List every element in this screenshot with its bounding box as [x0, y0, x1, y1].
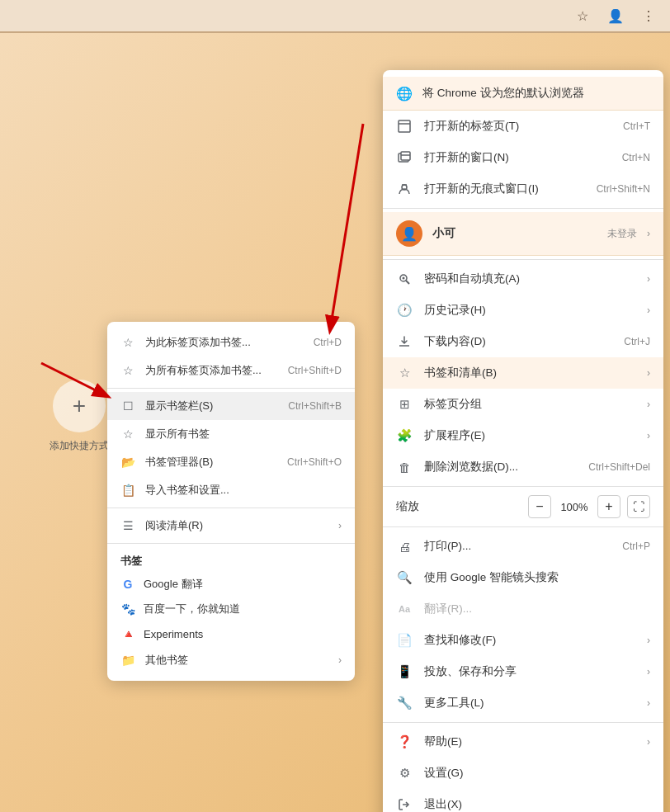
incognito-item[interactable]: 打开新的无痕式窗口(I) Ctrl+Shift+N [383, 173, 663, 205]
zoom-plus-btn[interactable]: + [597, 495, 620, 518]
help-item[interactable]: ❓ 帮助(E) › [383, 726, 663, 758]
main-content: + 添加快捷方式 ☆ 为此标签页添加书签... Ctrl+D ☆ 为所有标签 [0, 33, 670, 812]
tab-groups-icon: ⊞ [396, 396, 413, 413]
promo-banner[interactable]: 🌐 将 Chrome 设为您的默认浏览器 [383, 77, 663, 111]
print-label: 打印(P)... [424, 539, 611, 554]
divider-2 [107, 508, 355, 508]
star-icon-3: ☆ [120, 427, 135, 441]
downloads-label: 下载内容(D) [424, 334, 612, 349]
settings-icon: ⚙ [396, 765, 413, 781]
browser-bar: ☆ 👤 ⋮ [0, 0, 670, 33]
folder-icon: 📂 [120, 455, 135, 470]
show-bookmarks-bar-item[interactable]: ☐ 显示书签栏(S) Ctrl+Shift+B [107, 392, 355, 420]
history-icon: 🕐 [396, 302, 413, 319]
passwords-arrow: › [647, 273, 650, 285]
show-all-bookmarks-item[interactable]: ☆ 显示所有书签 [107, 420, 355, 448]
zoom-minus-btn[interactable]: − [528, 495, 551, 518]
show-all-bookmarks-label: 显示所有书签 [145, 427, 342, 441]
user-name: 小可 [432, 226, 597, 241]
cast-item[interactable]: 📱 投放、保存和分享 › [383, 656, 663, 687]
exit-item[interactable]: 退出(X) [383, 789, 663, 812]
add-shortcut-button[interactable]: + 添加快捷方式 [50, 380, 109, 453]
new-window-label: 打开新的窗口(N) [424, 150, 611, 165]
user-status: 未登录 [607, 227, 637, 241]
google-translate-bookmark[interactable]: G Google 翻译 [107, 572, 355, 597]
new-window-item[interactable]: 打开新的窗口(N) Ctrl+N [383, 142, 663, 173]
bookmarks-manager-label: 书签管理器(B) [145, 455, 277, 470]
history-item[interactable]: 🕐 历史记录(H) › [383, 295, 663, 326]
downloads-shortcut: Ctrl+J [624, 336, 650, 347]
clear-data-label: 删除浏览数据(D)... [424, 460, 577, 474]
history-arrow: › [647, 304, 650, 316]
tab-groups-item[interactable]: ⊞ 标签页分组 › [383, 389, 663, 420]
add-circle-icon: + [53, 380, 106, 432]
lens-item[interactable]: 🔍 使用 Google 智能镜头搜索 [383, 562, 663, 593]
new-window-icon [396, 149, 413, 166]
bookmarks-manager-shortcut: Ctrl+Shift+O [287, 456, 342, 468]
bookmarks-item[interactable]: ☆ 书签和清单(B) › [383, 357, 663, 389]
divider-cm-3 [383, 486, 663, 487]
clear-data-shortcut: Ctrl+Shift+Del [588, 461, 650, 473]
find-item[interactable]: 📄 查找和修改(F) › [383, 625, 663, 656]
reading-list-icon: ☰ [120, 518, 135, 533]
exit-label: 退出(X) [424, 797, 650, 812]
promo-label: 将 Chrome 设为您的默认浏览器 [422, 86, 650, 101]
extensions-item[interactable]: 🧩 扩展程序(E) › [383, 420, 663, 451]
user-avatar: 👤 [396, 220, 422, 247]
star-icon: ☆ [120, 335, 135, 350]
add-bookmark-shortcut: Ctrl+D [314, 337, 342, 348]
translate-label: 翻译(R)... [424, 602, 650, 616]
incognito-icon [396, 181, 413, 197]
add-all-bookmarks-item[interactable]: ☆ 为所有标签页添加书签... Ctrl+Shift+D [107, 356, 355, 385]
zoom-fullscreen-btn[interactable]: ⛶ [627, 495, 650, 518]
user-arrow-icon: › [647, 228, 650, 239]
new-tab-icon [396, 118, 413, 135]
other-bookmarks-item[interactable]: 📁 其他书签 › [107, 646, 355, 674]
menu-btn[interactable]: ⋮ [635, 2, 662, 29]
tab-groups-label: 标签页分组 [424, 397, 635, 412]
other-bookmarks-arrow: › [338, 654, 342, 666]
other-bookmarks-label: 其他书签 [145, 653, 328, 668]
add-bookmark-label: 为此标签页添加书签... [145, 335, 304, 350]
divider-cm-1 [383, 208, 663, 209]
divider-cm-5 [383, 722, 663, 723]
user-avatar-icon: 👤 [401, 226, 418, 242]
more-tools-icon: 🔧 [396, 695, 413, 711]
more-tools-item[interactable]: 🔧 更多工具(L) › [383, 687, 663, 719]
translate-icon: Aa [396, 601, 413, 617]
experiments-icon: 🔺 [120, 626, 135, 641]
lens-label: 使用 Google 智能镜头搜索 [424, 570, 650, 585]
profile-btn[interactable]: 👤 [602, 2, 629, 29]
zoom-label: 缩放 [396, 499, 521, 514]
divider-3 [107, 543, 355, 544]
extensions-arrow: › [647, 430, 650, 441]
reading-list-item[interactable]: ☰ 阅读清单(R) › [107, 512, 355, 540]
find-label: 查找和修改(F) [424, 633, 635, 648]
help-icon: ❓ [396, 734, 413, 750]
bookmark-star-btn[interactable]: ☆ [569, 2, 596, 29]
new-tab-item[interactable]: 打开新的标签页(T) Ctrl+T [383, 111, 663, 142]
settings-label: 设置(G) [424, 766, 650, 781]
find-icon: 📄 [396, 632, 413, 649]
baidu-bookmark[interactable]: 🐾 百度一下，你就知道 [107, 597, 355, 621]
tab-groups-arrow: › [647, 399, 650, 410]
user-section[interactable]: 👤 小可 未登录 › [383, 212, 663, 256]
translate-item[interactable]: Aa 翻译(R)... [383, 593, 663, 625]
passwords-item[interactable]: 密码和自动填充(A) › [383, 263, 663, 295]
downloads-item[interactable]: 下载内容(D) Ctrl+J [383, 326, 663, 357]
print-item[interactable]: 🖨 打印(P)... Ctrl+P [383, 531, 663, 562]
reading-list-label: 阅读清单(R) [145, 518, 328, 533]
import-bookmarks-item[interactable]: 📋 导入书签和设置... [107, 476, 355, 504]
svg-rect-2 [399, 120, 410, 132]
baidu-icon: 🐾 [120, 602, 135, 616]
bookmarks-manager-item[interactable]: 📂 书签管理器(B) Ctrl+Shift+O [107, 448, 355, 476]
divider-1 [107, 388, 355, 389]
add-bookmark-item[interactable]: ☆ 为此标签页添加书签... Ctrl+D [107, 328, 355, 356]
clear-data-item[interactable]: 🗑 删除浏览数据(D)... Ctrl+Shift+Del [383, 451, 663, 483]
google-translate-icon: G [120, 577, 135, 592]
folder-icon-2: 📁 [120, 653, 135, 668]
experiments-bookmark[interactable]: 🔺 Experiments [107, 621, 355, 646]
find-arrow: › [647, 635, 650, 646]
settings-item[interactable]: ⚙ 设置(G) [383, 758, 663, 789]
cast-icon: 📱 [396, 663, 413, 680]
